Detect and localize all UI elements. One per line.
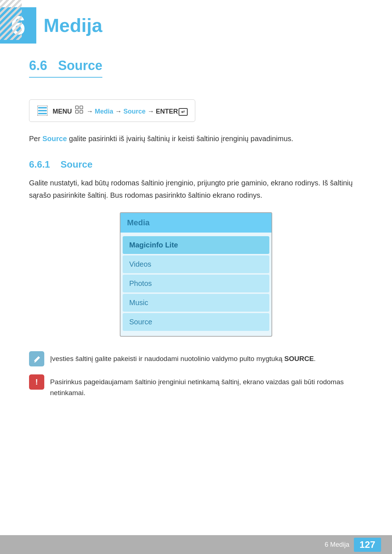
chapter-header: 6 Medija — [0, 0, 392, 44]
menu-text: MENU — [53, 108, 72, 115]
svg-rect-6 — [75, 110, 78, 113]
note-2-text: Pasirinkus pageidaujamam šaltinio įrengi… — [50, 374, 363, 399]
media-text: Media — [95, 108, 113, 115]
subsection-title-text: Source — [61, 159, 93, 170]
note-1-text: Įvesties šaltinį galite pakeisti ir naud… — [50, 351, 316, 364]
footer-page-number: 127 — [354, 538, 381, 552]
arrow-1: → — [86, 108, 95, 115]
svg-rect-2 — [38, 113, 47, 114]
section-number: 6.6 — [29, 58, 47, 73]
menu-item-photos[interactable]: Photos — [123, 275, 269, 292]
menu-item-music[interactable]: Music — [123, 294, 269, 312]
menu-path-box: MENU → Media → Source → ENTER↵ — [29, 99, 195, 122]
subsection-number: 6.6.1 — [29, 159, 50, 170]
subsection-heading: 6.6.1 Source — [29, 159, 363, 170]
source-text: Source — [123, 108, 146, 115]
svg-rect-0 — [38, 107, 47, 108]
subsection-description: Galite nustatyti, kad būtų rodomas šalti… — [29, 177, 363, 201]
menu-item-source[interactable]: Source — [123, 313, 269, 331]
page-footer: 6 Medija 127 — [0, 535, 392, 554]
section-heading: 6.6 Source — [29, 58, 363, 89]
subsection-title: 6.6.1 Source — [29, 159, 93, 170]
enter-icon: ↵ — [179, 108, 188, 116]
menu-screenshot: Media Magicinfo Lite Videos Photos Music… — [120, 212, 272, 337]
menu-icon — [37, 105, 48, 116]
note-1: Įvesties šaltinį galite pakeisti ir naud… — [29, 351, 363, 366]
svg-rect-4 — [75, 106, 78, 109]
menu-item-magicinfo[interactable]: Magicinfo Lite — [123, 236, 269, 254]
chapter-title: Medija — [44, 15, 102, 36]
source-keyword: SOURCE — [284, 355, 314, 362]
menu-path-text: MENU → Media → Source → ENTER↵ — [53, 106, 188, 116]
svg-rect-5 — [80, 106, 83, 109]
footer-chapter-label: 6 Medija — [325, 541, 350, 549]
svg-rect-1 — [38, 110, 47, 111]
warning-icon: ! — [29, 374, 44, 390]
svg-rect-7 — [80, 110, 83, 113]
pencil-icon — [29, 351, 44, 366]
top-decoration — [0, 0, 25, 40]
menu-items-container: Magicinfo Lite Videos Photos Music Sourc… — [121, 233, 271, 336]
menu-item-videos[interactable]: Videos — [123, 255, 269, 273]
notes-container: Įvesties šaltinį galite pakeisti ir naud… — [29, 351, 363, 399]
main-description: Per Source galite pasirinkti iš įvairių … — [29, 133, 363, 144]
source-bold-word: Source — [42, 135, 67, 143]
menu-header: Media — [121, 213, 271, 233]
grid-icon — [75, 106, 83, 114]
enter-text: ENTER↵ — [156, 108, 188, 115]
arrow-3: → — [147, 108, 156, 115]
arrow-2: → — [115, 108, 123, 115]
section-title: 6.6 Source — [29, 58, 102, 78]
section-title-text: Source — [58, 58, 102, 73]
page-content: 6.6 Source MENU — [0, 58, 392, 436]
note-2: ! Pasirinkus pageidaujamam šaltinio įren… — [29, 374, 363, 399]
